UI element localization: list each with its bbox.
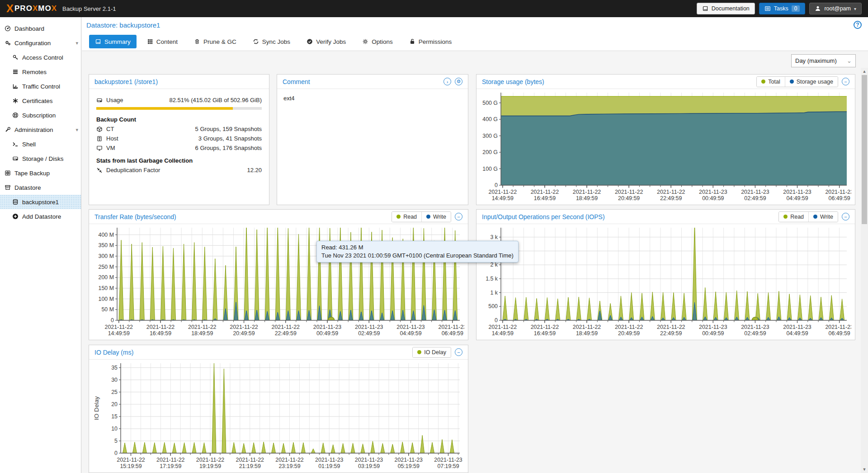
svg-text:1.5 k: 1.5 k [486,276,498,282]
tab-prune-gc[interactable]: Prune & GC [188,35,242,48]
tab-options[interactable]: Options [356,35,399,48]
sidebar-item-label: Configuration [14,40,51,47]
chart-tooltip: Read: 431.26 M Tue Nov 23 2021 01:00:59 … [316,241,519,262]
legend-toggle-read[interactable]: Read [779,212,808,222]
chevron-right-circle-icon[interactable]: › [443,78,451,85]
chevron-down-icon[interactable]: ▾ [75,127,78,133]
tab-bar: SummaryContentPrune & GCSync JobsVerify … [82,33,868,51]
svg-text:500 G: 500 G [482,100,498,106]
svg-text:06:49:59: 06:49:59 [829,330,850,337]
vertical-scrollbar[interactable]: ▲ ▼ [861,68,868,473]
backup-count-heading: Backup Count [96,116,262,123]
key-icon [12,54,19,61]
tab-sync-jobs[interactable]: Sync Jobs [247,35,296,48]
scrollbar-thumb[interactable] [862,75,867,224]
stat-row-vm: VM6 Groups, 176 Snapshots [96,143,262,153]
legend-dot-icon [813,215,817,219]
svg-text:2021-11-22: 2021-11-22 [230,324,258,330]
sidebar-item-traffic-control[interactable]: Traffic Control [0,79,81,94]
sidebar-item-backupstore1[interactable]: backupstore1 [0,195,81,209]
tab-label: Options [372,38,393,45]
svg-text:06:49:59: 06:49:59 [442,330,463,337]
sidebar-item-label: Certificates [22,98,53,104]
certificate-icon [12,98,19,104]
sync-icon [253,38,259,45]
svg-text:2021-11-22: 2021-11-22 [117,457,145,463]
collapse-chart-icon[interactable]: − [455,213,462,220]
wrench-icon [5,126,11,133]
tasks-count-badge: 0 [792,5,800,12]
io-delay-chart[interactable]: 051015202530352021-11-2215:19:592021-11-… [93,360,464,471]
svg-text:200 G: 200 G [482,149,498,155]
card-title: Transfer Rate (bytes/second) [94,213,176,220]
sidebar-item-datastore[interactable]: Datastore [0,180,81,195]
legend-toggle-storage-usage[interactable]: Storage usage [785,77,838,87]
sidebar-item-shell[interactable]: Shell [0,137,81,151]
sidebar-item-subscription[interactable]: Subscription [0,108,81,122]
svg-text:2021-11-23: 2021-11-23 [783,189,811,195]
collapse-chart-icon[interactable]: − [842,213,849,220]
svg-text:15:19:59: 15:19:59 [120,463,142,469]
sidebar-item-add-datastore[interactable]: Add Datastore [0,209,81,224]
sidebar-item-storage-disks[interactable]: Storage / Disks [0,151,81,166]
svg-text:2021-11-23: 2021-11-23 [313,324,342,330]
lifebuoy-icon [12,112,19,118]
scrollbar-up-arrow[interactable]: ▲ [862,69,867,74]
user-menu-button[interactable]: root@pam ▾ [809,3,862,14]
svg-text:2021-11-23: 2021-11-23 [699,189,727,195]
tasks-button[interactable]: Tasks 0 [759,3,806,14]
iops-chart[interactable]: 05001 k1.5 k2 k2.5 k3 k2021-11-2214:49:5… [480,225,851,338]
stat-value: 5 Groups, 159 Snapshots [195,124,262,134]
chevron-down-icon[interactable]: ▾ [75,40,78,46]
tab-verify-jobs[interactable]: Verify Jobs [301,35,352,48]
stat-row-deduplication-factor: Deduplication Factor12.20 [96,165,262,175]
gear-icon[interactable]: ⚙ [455,78,462,85]
collapse-chart-icon[interactable]: − [455,348,462,356]
help-icon[interactable]: ? [854,21,862,29]
plus-circle-icon [12,213,19,220]
documentation-button[interactable]: Documentation [697,3,755,14]
sidebar-item-administration[interactable]: Administration▾ [0,122,81,137]
tab-summary[interactable]: Summary [89,35,137,48]
legend-toggle-write[interactable]: Write [808,212,838,222]
database-icon [12,199,19,205]
tab-label: Sync Jobs [262,38,290,45]
legend-toggle-io-delay[interactable]: IO Delay [413,347,451,357]
legend-dot-icon [426,215,430,219]
svg-text:18:49:59: 18:49:59 [576,330,598,337]
monitor-icon [96,145,103,151]
sidebar-item-remotes[interactable]: Remotes [0,65,81,79]
book-icon [95,38,101,45]
sidebar-item-access-control[interactable]: Access Control [0,50,81,65]
sidebar-item-configuration[interactable]: Configuration▾ [0,36,81,50]
svg-text:2 k: 2 k [490,262,498,268]
storage-usage-chart[interactable]: 0100 G200 G300 G400 G500 G2021-11-2214:4… [480,89,851,203]
legend-label: Write [433,214,446,220]
sidebar-item-tape-backup[interactable]: Tape Backup [0,166,81,180]
dashboard-icon [5,25,11,32]
usage-row: Usage 82.51% (415.02 GiB of 502.96 GiB) [96,95,262,105]
stat-value: 6 Groups, 176 Snapshots [195,143,262,153]
chart-legend: ReadWrite [778,211,838,222]
stat-row-host: Host3 Groups, 41 Snapshots [96,134,262,143]
svg-text:2021-11-23: 2021-11-23 [439,324,464,330]
svg-text:2021-11-22: 2021-11-22 [188,324,217,330]
svg-text:2021-11-22: 2021-11-22 [156,457,185,463]
collapse-chart-icon[interactable]: − [842,78,849,85]
legend-toggle-total[interactable]: Total [757,77,784,87]
legend-toggle-read[interactable]: Read [392,212,421,222]
stat-value: 3 Groups, 41 Snapshots [198,134,262,143]
legend-label: Read [790,214,804,220]
sidebar-item-certificates[interactable]: Certificates [0,94,81,108]
brand-name: PROXMOX [14,4,57,13]
sidebar-item-label: Storage / Disks [22,155,64,162]
tab-permissions[interactable]: Permissions [403,35,458,48]
tab-content[interactable]: Content [141,35,184,48]
disk-icon [12,155,19,162]
time-range-select[interactable]: Day (maximum) ⌄ [791,54,856,67]
svg-text:2021-11-23: 2021-11-23 [396,324,425,330]
sidebar-item-dashboard[interactable]: Dashboard [0,21,81,36]
scrollbar-down-arrow[interactable]: ▼ [862,467,867,472]
legend-toggle-write[interactable]: Write [421,212,451,222]
svg-text:IO Delay: IO Delay [93,396,100,420]
